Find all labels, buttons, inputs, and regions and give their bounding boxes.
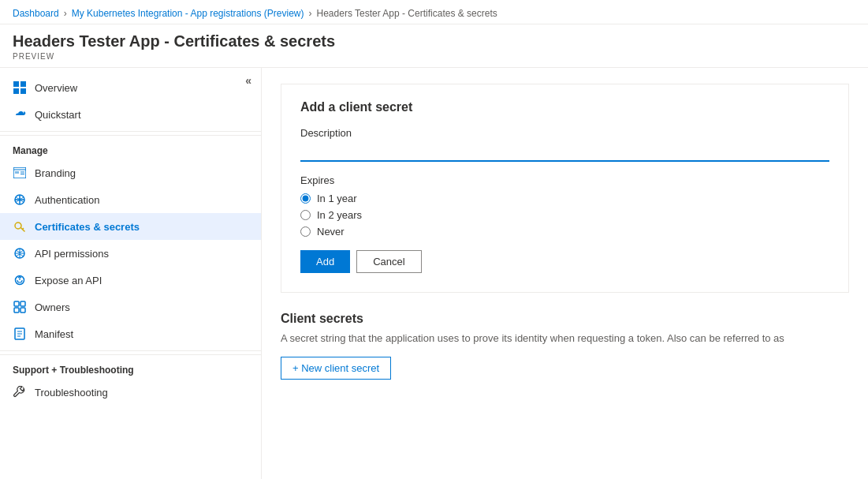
- description-input[interactable]: [300, 142, 829, 162]
- add-button[interactable]: Add: [300, 250, 350, 273]
- sidebar-item-label: Branding: [35, 167, 76, 179]
- breadcrumb-current: Headers Tester App - Certificates & secr…: [317, 8, 497, 19]
- breadcrumb-app-reg[interactable]: My Kubernetes Integration - App registra…: [72, 8, 304, 19]
- sidebar-item-authentication[interactable]: Authentication: [0, 186, 261, 213]
- preview-badge: PREVIEW: [13, 52, 855, 61]
- expires-2years-radio[interactable]: [300, 210, 311, 220]
- breadcrumb-sep2: ›: [309, 8, 312, 19]
- page-header: Headers Tester App - Certificates & secr…: [0, 24, 868, 68]
- sidebar-item-certificates[interactable]: Certificates & secrets: [0, 213, 261, 240]
- sidebar: « Overview Quickstart Manage: [0, 68, 262, 479]
- sidebar-item-expose-api[interactable]: Expose an API: [0, 267, 261, 294]
- expose-icon: [13, 273, 27, 287]
- sidebar-item-label: Troubleshooting: [35, 387, 108, 399]
- client-secrets-section: Client secrets A secret string that the …: [281, 312, 849, 380]
- sidebar-item-branding[interactable]: Branding: [0, 159, 261, 186]
- api-icon: [13, 246, 27, 260]
- grid-icon: [13, 80, 27, 95]
- breadcrumb: Dashboard › My Kubernetes Integration - …: [0, 0, 868, 24]
- sidebar-item-manifest[interactable]: Manifest: [0, 320, 261, 347]
- key-icon: [13, 219, 27, 234]
- cloud-icon: [13, 107, 27, 122]
- expires-1year-option[interactable]: In 1 year: [300, 193, 829, 204]
- sidebar-item-label: Manifest: [35, 328, 73, 340]
- sidebar-divider: [0, 131, 261, 132]
- client-secrets-title: Client secrets: [281, 312, 849, 326]
- expires-2years-option[interactable]: In 2 years: [300, 209, 829, 221]
- auth-icon: [13, 193, 27, 207]
- main-layout: « Overview Quickstart Manage: [0, 68, 868, 479]
- owners-icon: [13, 300, 27, 314]
- sidebar-item-label: Quickstart: [35, 109, 81, 121]
- main-content: Add a client secret Description Expires …: [262, 68, 868, 479]
- new-client-secret-button[interactable]: + New client secret: [281, 357, 391, 380]
- expires-group: Expires In 1 year In 2 years Never: [300, 174, 829, 238]
- svg-rect-13: [14, 301, 19, 306]
- sidebar-item-api-permissions[interactable]: API permissions: [0, 240, 261, 267]
- wrench-icon: [13, 385, 27, 399]
- expires-never-label: Never: [317, 226, 345, 238]
- add-secret-form: Add a client secret Description Expires …: [281, 84, 849, 293]
- description-field: Description: [300, 127, 829, 162]
- client-secrets-description: A secret string that the application use…: [281, 332, 849, 344]
- expires-never-option[interactable]: Never: [300, 226, 829, 238]
- sidebar-item-label: Owners: [35, 301, 70, 313]
- expires-label: Expires: [300, 174, 829, 186]
- sidebar-item-label: Authentication: [35, 194, 99, 206]
- sidebar-manage-label: Manage: [0, 135, 261, 159]
- svg-rect-15: [14, 308, 19, 312]
- form-title: Add a client secret: [300, 100, 829, 114]
- expires-1year-radio[interactable]: [300, 193, 311, 204]
- sidebar-item-quickstart[interactable]: Quickstart: [0, 101, 261, 128]
- svg-point-9: [15, 223, 21, 229]
- svg-rect-3: [20, 88, 26, 94]
- sidebar-support-label: Support + Troubleshooting: [0, 354, 261, 379]
- sidebar-item-label: Expose an API: [35, 275, 102, 286]
- svg-rect-16: [20, 308, 25, 312]
- breadcrumb-sep1: ›: [64, 8, 67, 19]
- sidebar-item-label: Overview: [35, 82, 77, 94]
- manifest-icon: [13, 327, 27, 341]
- sidebar-item-owners[interactable]: Owners: [0, 294, 261, 320]
- breadcrumb-dashboard[interactable]: Dashboard: [13, 8, 59, 19]
- sidebar-item-troubleshooting[interactable]: Troubleshooting: [0, 379, 261, 406]
- svg-rect-1: [20, 81, 26, 87]
- description-label: Description: [300, 127, 829, 139]
- svg-rect-2: [13, 88, 19, 94]
- svg-rect-0: [13, 81, 19, 87]
- cancel-button[interactable]: Cancel: [356, 250, 421, 273]
- sidebar-item-label: API permissions: [35, 248, 109, 260]
- expires-2years-label: In 2 years: [317, 209, 362, 221]
- page-title: Headers Tester App - Certificates & secr…: [13, 32, 855, 51]
- expires-1year-label: In 1 year: [317, 193, 357, 204]
- sidebar-collapse-button[interactable]: «: [245, 74, 251, 87]
- form-actions: Add Cancel: [300, 250, 829, 273]
- expires-never-radio[interactable]: [300, 226, 311, 237]
- sidebar-item-overview[interactable]: Overview: [0, 74, 261, 101]
- svg-rect-14: [20, 301, 25, 306]
- branding-icon: [13, 166, 27, 180]
- svg-rect-6: [15, 171, 19, 174]
- sidebar-support-divider: [0, 350, 261, 351]
- sidebar-item-label: Certificates & secrets: [35, 221, 140, 233]
